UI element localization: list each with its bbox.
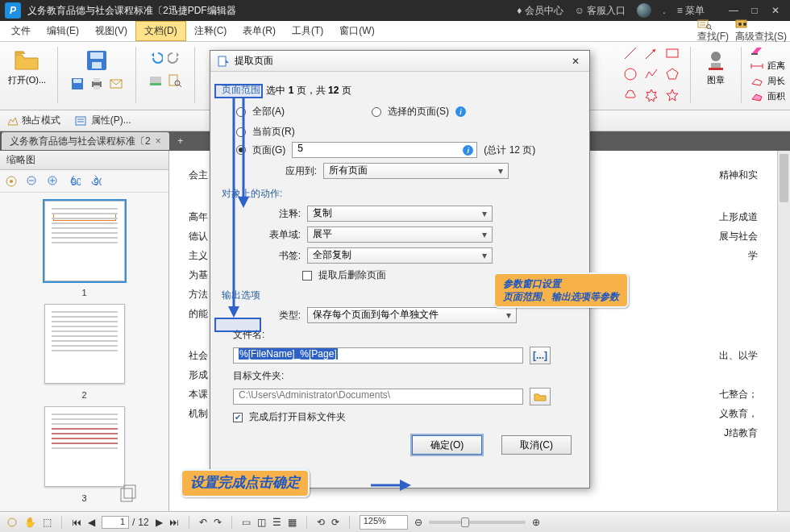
search-doc-icon[interactable] bbox=[167, 73, 183, 89]
save-icon[interactable] bbox=[83, 47, 110, 74]
properties-button[interactable]: 属性(P)... bbox=[75, 114, 131, 127]
sb-layout4-icon[interactable]: ▦ bbox=[288, 517, 297, 528]
cloud-shape-icon[interactable] bbox=[622, 87, 638, 103]
thumb-options-icon[interactable] bbox=[5, 175, 18, 188]
close-button[interactable]: ✕ bbox=[766, 4, 785, 17]
new-tab-button[interactable]: + bbox=[173, 133, 189, 149]
svg-rect-52 bbox=[218, 56, 226, 66]
open-after-checkbox[interactable]: ✔ bbox=[233, 413, 243, 422]
sb-layout1-icon[interactable]: ▭ bbox=[242, 517, 251, 528]
search-button[interactable]: 查找(F) bbox=[697, 19, 729, 44]
sb-options-icon[interactable] bbox=[6, 517, 18, 528]
menu-form[interactable]: 表单(R) bbox=[235, 22, 284, 40]
vertical-scrollbar[interactable] bbox=[777, 151, 790, 511]
sb-prev-page-icon[interactable]: ◀ bbox=[88, 517, 95, 528]
thumb-zoom-in-icon[interactable] bbox=[47, 175, 60, 188]
scan-icon[interactable] bbox=[148, 73, 164, 89]
tab-close-icon[interactable]: × bbox=[156, 135, 161, 147]
zoom-in-button[interactable]: ⊕ bbox=[532, 517, 540, 528]
customer-service-link[interactable]: ☺ 客服入口 bbox=[575, 4, 626, 18]
arrow-shape-icon[interactable] bbox=[643, 45, 659, 61]
sb-first-page-icon[interactable]: ⏮ bbox=[72, 517, 81, 528]
info-icon[interactable]: i bbox=[455, 106, 466, 117]
zoom-out-button[interactable]: ⊖ bbox=[414, 517, 422, 528]
thumb-zoom-out-icon[interactable] bbox=[26, 175, 39, 188]
rect-shape-icon[interactable] bbox=[664, 45, 680, 61]
browse-folder-button[interactable] bbox=[530, 388, 551, 405]
svg-rect-33 bbox=[751, 53, 758, 55]
menu-edit[interactable]: 编辑(E) bbox=[39, 22, 87, 40]
bookmark-select[interactable]: 全部复制 bbox=[307, 247, 493, 264]
svg-point-6 bbox=[738, 23, 742, 26]
thumbnail-1[interactable] bbox=[44, 201, 125, 281]
adv-search-button[interactable]: 高级查找(S) bbox=[735, 19, 787, 44]
thumb-rotate-cw-icon[interactable]: 90 bbox=[89, 175, 102, 188]
thumbnail-2[interactable] bbox=[44, 304, 125, 384]
undo-icon[interactable] bbox=[148, 48, 164, 64]
stamp-tool[interactable]: 图章 bbox=[699, 45, 733, 105]
sb-select-icon[interactable]: ⬚ bbox=[43, 517, 52, 528]
star-shape-icon[interactable] bbox=[664, 87, 680, 103]
exclusive-mode-button[interactable]: 独占模式 bbox=[6, 114, 60, 127]
svg-rect-19 bbox=[169, 75, 177, 85]
titlebar: P 义务教育品德与社会课程标准〔2迅捷PDF编辑器 ♦ 会员中心 ☺ 客服入口 … bbox=[0, 0, 790, 21]
sb-last-page-icon[interactable]: ⏭ bbox=[169, 517, 179, 528]
sb-layout3-icon[interactable]: ☰ bbox=[272, 517, 281, 528]
menu-tools[interactable]: 工具(T) bbox=[284, 22, 331, 40]
area-tool[interactable]: 面积 bbox=[750, 90, 785, 102]
pattern-button[interactable]: [...] bbox=[530, 347, 551, 364]
menu-file[interactable]: 文件 bbox=[3, 22, 39, 40]
perimeter-tool[interactable]: 周长 bbox=[750, 75, 785, 87]
menu-view[interactable]: 视图(V) bbox=[87, 22, 135, 40]
thumbnail-3[interactable] bbox=[44, 406, 125, 487]
sb-back-icon[interactable]: ↶ bbox=[199, 517, 207, 528]
form-select[interactable]: 展平 bbox=[307, 227, 493, 243]
menu-comment[interactable]: 注释(C) bbox=[186, 22, 235, 40]
radio-current[interactable]: 当前页(R) bbox=[236, 125, 578, 139]
eraser-tool[interactable] bbox=[750, 45, 785, 56]
polygon-shape-icon[interactable] bbox=[664, 66, 680, 82]
member-center-link[interactable]: ♦ 会员中心 bbox=[517, 4, 563, 18]
document-tab[interactable]: 义务教育品德与社会课程标准〔2 × bbox=[2, 132, 169, 150]
dest-folder-input[interactable]: C:\Users\Administrator\Documents\ bbox=[233, 389, 523, 405]
sb-rotate-cw-icon[interactable]: ⟳ bbox=[331, 517, 339, 528]
pages-input[interactable]: 5i bbox=[292, 142, 477, 158]
main-menu-button[interactable]: ≡ 菜单 bbox=[677, 4, 705, 18]
comment-select[interactable]: 复制 bbox=[307, 206, 493, 222]
page-input[interactable]: 1 bbox=[102, 516, 129, 529]
distance-tool[interactable]: 距离 bbox=[750, 60, 785, 72]
zoom-select[interactable]: 125% bbox=[360, 515, 408, 530]
sb-hand-icon[interactable]: ✋ bbox=[24, 517, 36, 528]
sb-layout2-icon[interactable]: ◫ bbox=[257, 517, 266, 528]
zoom-slider[interactable] bbox=[429, 521, 526, 524]
polyline-shape-icon[interactable] bbox=[643, 66, 659, 82]
ok-button[interactable]: 确定(O) bbox=[412, 435, 482, 455]
email-icon[interactable] bbox=[108, 76, 124, 92]
sb-rotate-ccw-icon[interactable]: ⟲ bbox=[317, 517, 325, 528]
open-tool[interactable]: 打开(O)... bbox=[5, 45, 49, 88]
type-select[interactable]: 保存每个页面到每个单独文件 bbox=[307, 307, 517, 323]
avatar-icon[interactable] bbox=[637, 3, 651, 18]
radio-pages[interactable]: 页面(G) 5i (总计 12 页) bbox=[236, 142, 578, 158]
dialog-close-button[interactable]: ✕ bbox=[568, 54, 583, 69]
radio-selected[interactable]: 选择的页面(S)i bbox=[372, 105, 466, 118]
burst-shape-icon[interactable] bbox=[643, 87, 659, 103]
minimize-button[interactable]: — bbox=[724, 4, 743, 17]
menu-document[interactable]: 文档(D) bbox=[135, 21, 186, 41]
sb-next-page-icon[interactable]: ▶ bbox=[156, 517, 163, 528]
line-shape-icon[interactable] bbox=[622, 45, 638, 61]
cancel-button[interactable]: 取消(C) bbox=[501, 435, 572, 455]
menu-window[interactable]: 窗口(W) bbox=[331, 22, 382, 40]
sb-fwd-icon[interactable]: ↷ bbox=[214, 517, 222, 528]
maximize-button[interactable]: □ bbox=[745, 4, 764, 17]
print-icon[interactable] bbox=[89, 76, 105, 92]
filename-input[interactable]: %[FileName]_%[Page] bbox=[233, 347, 523, 364]
circle-shape-icon[interactable] bbox=[622, 66, 638, 82]
delete-after-checkbox[interactable] bbox=[302, 271, 312, 281]
thumb-stack-icon[interactable] bbox=[119, 484, 140, 505]
apply-select[interactable]: 所有页面 bbox=[323, 163, 509, 179]
save-as-icon[interactable] bbox=[69, 76, 85, 92]
svg-point-51 bbox=[8, 518, 16, 526]
redo-icon[interactable] bbox=[167, 48, 183, 64]
thumb-rotate-ccw-icon[interactable]: 90 bbox=[68, 175, 81, 188]
